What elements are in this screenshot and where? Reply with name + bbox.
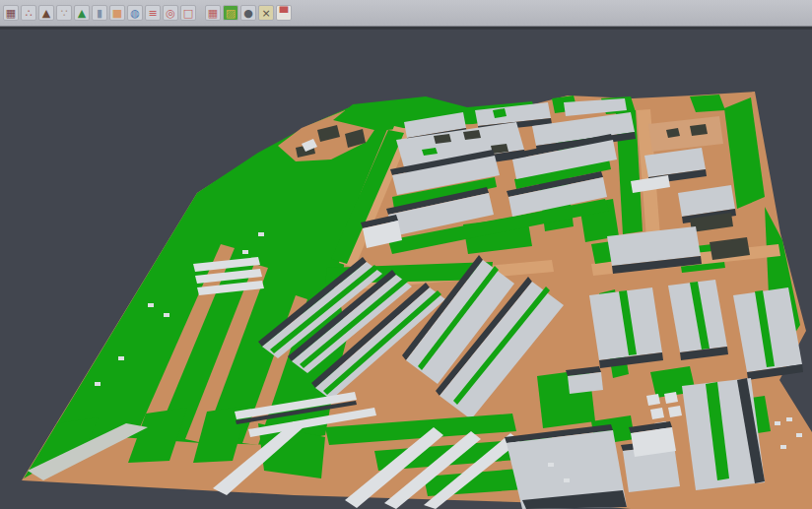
grid-tile-icon[interactable]: ▦ bbox=[205, 5, 221, 21]
garage-roof bbox=[646, 394, 660, 406]
layer-stack-icon[interactable]: ≡ bbox=[145, 5, 161, 21]
classification-map-icon-glyph: ▨ bbox=[226, 8, 236, 19]
target-circle-icon-glyph: ◎ bbox=[166, 8, 175, 19]
sparse-points-icon-glyph: ∵ bbox=[61, 8, 68, 19]
white-speck bbox=[118, 356, 124, 360]
clear-cross-icon-glyph: × bbox=[261, 8, 270, 19]
white-speck bbox=[242, 250, 248, 254]
vegetation-surface-icon[interactable]: ▲ bbox=[74, 5, 90, 21]
point-cloud-icon-glyph: ∴ bbox=[26, 8, 33, 19]
garage-roof bbox=[650, 408, 664, 419]
ortho-tile-icon-glyph: ■ bbox=[112, 8, 122, 19]
flag-stripe-icon[interactable]: ▀ bbox=[276, 5, 292, 21]
garage-roof bbox=[668, 406, 682, 417]
sphere-icon[interactable]: ● bbox=[240, 5, 256, 21]
white-speck bbox=[564, 478, 570, 482]
flag-stripe-icon-glyph: ▀ bbox=[280, 8, 288, 19]
viewport-3d[interactable] bbox=[0, 27, 812, 509]
white-speck bbox=[95, 382, 101, 386]
white-speck bbox=[780, 445, 786, 449]
layer-stack-icon-glyph: ≡ bbox=[148, 8, 157, 19]
sphere-icon-glyph: ● bbox=[243, 8, 253, 19]
white-speck bbox=[148, 303, 154, 307]
selection-bounds-icon-glyph: □ bbox=[183, 8, 193, 19]
roof-vent bbox=[690, 124, 708, 136]
selection-bounds-icon[interactable]: □ bbox=[180, 5, 196, 21]
globe-icon-glyph: ◍ bbox=[130, 8, 140, 19]
clear-cross-icon[interactable]: × bbox=[258, 5, 274, 21]
toolbar: ▦∴▲∵▲▮■◍≡◎□▦▨●×▀ bbox=[0, 0, 812, 27]
profile-column-icon[interactable]: ▮ bbox=[92, 5, 107, 21]
point-cloud-icon[interactable]: ∴ bbox=[21, 5, 36, 21]
white-speck bbox=[258, 232, 264, 236]
scene-svg bbox=[0, 27, 812, 509]
vegetation-surface-icon-glyph: ▲ bbox=[78, 8, 86, 19]
white-speck bbox=[164, 313, 169, 317]
target-circle-icon[interactable]: ◎ bbox=[163, 5, 178, 21]
grid-tile-icon-glyph: ▦ bbox=[208, 8, 218, 19]
white-speck bbox=[548, 463, 554, 467]
vegetation-clump bbox=[690, 95, 725, 112]
terrain-mound-icon[interactable]: ▲ bbox=[38, 5, 54, 21]
globe-icon[interactable]: ◍ bbox=[127, 5, 143, 21]
mosaic-icon-glyph: ▦ bbox=[6, 8, 16, 19]
white-speck bbox=[796, 433, 802, 437]
terrain-mound-icon-glyph: ▲ bbox=[42, 8, 50, 19]
classification-map-icon[interactable]: ▨ bbox=[223, 5, 238, 21]
white-speck bbox=[786, 417, 792, 421]
garage-roof bbox=[664, 392, 678, 404]
app-window: ▦∴▲∵▲▮■◍≡◎□▦▨●×▀ bbox=[0, 0, 812, 509]
ortho-tile-icon[interactable]: ■ bbox=[109, 5, 125, 21]
mosaic-icon[interactable]: ▦ bbox=[3, 5, 19, 21]
profile-column-icon-glyph: ▮ bbox=[97, 8, 102, 19]
sparse-points-icon[interactable]: ∵ bbox=[56, 5, 72, 21]
white-speck bbox=[775, 421, 780, 425]
